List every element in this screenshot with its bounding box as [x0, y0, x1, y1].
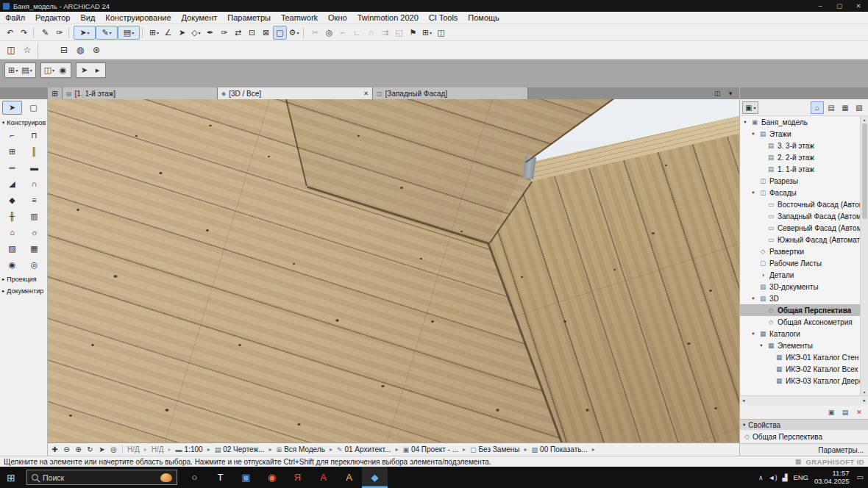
expand-palette-icon[interactable]: ▸▾ — [91, 64, 104, 76]
relative-coords-icon[interactable]: ◉▾ — [57, 64, 69, 76]
scroll-left-icon[interactable]: ◂ — [742, 398, 745, 403]
layout-book-icon[interactable]: ▦ — [839, 101, 852, 114]
tray-expand-icon[interactable]: ∧ — [758, 474, 764, 481]
tree-item[interactable]: ▾ ▦ Элементы — [740, 340, 860, 351]
tab-first-floor[interactable]: ▤ [1. 1-й этаж] ✕ — [63, 87, 218, 99]
pickup-parameters-icon[interactable]: ✒▾ — [203, 26, 217, 40]
tree-item[interactable]: ◇ Общая Аксонометрия — [740, 316, 860, 328]
tree-chevron-icon[interactable]: ▾ — [758, 342, 764, 348]
dimension-segment[interactable]: ▣ 04 Проект - ... ▸ — [400, 445, 468, 453]
column-tool[interactable]: ║ — [24, 145, 44, 159]
scroll-right-icon[interactable]: ▸ — [863, 398, 866, 403]
select-tools-combo[interactable]: ➤▾ — [74, 26, 96, 40]
tree-item[interactable]: ◇ Развертки — [740, 245, 860, 257]
properties-header[interactable]: ▾ Свойства — [740, 419, 868, 430]
window-tool[interactable]: ⊞ — [2, 145, 22, 159]
minimize-button[interactable]: – — [811, 0, 830, 12]
trim-icon[interactable]: ⌐▾ — [336, 26, 350, 40]
orange-ring-app-icon[interactable]: ◉ — [259, 467, 285, 488]
menu-item[interactable]: Документ — [177, 12, 223, 24]
tree-item[interactable]: ▭ Западный Фасад (Автоматиче — [740, 210, 860, 222]
toolbar-icon[interactable]: ▾ — [33, 27, 36, 38]
menu-item[interactable]: Помощь — [463, 12, 505, 24]
tree-chevron-icon[interactable]: ▾ — [750, 131, 756, 137]
circle-app-icon[interactable]: ○ — [182, 467, 207, 488]
archicad-app-icon[interactable]: ◆ — [362, 467, 388, 488]
tree-item[interactable]: ▦ ИКЭ-01 Каталог Стен — [740, 351, 860, 363]
menu-item[interactable]: Конструирование — [100, 12, 176, 24]
tree-item[interactable]: ◇ Общая Перспектива — [740, 304, 860, 316]
tree-item[interactable]: ▾ ▤ Этажи — [740, 128, 860, 140]
blue-app-icon[interactable]: ▣ — [233, 467, 259, 488]
annotation-flag-icon[interactable]: ⚑▾ — [406, 26, 420, 40]
view-map-icon[interactable]: ▤ — [825, 101, 838, 114]
scale-segment[interactable]: ▬ 1:100 ▸ — [174, 445, 213, 453]
guide-lines-icon[interactable]: ∠▾ — [161, 26, 175, 40]
layer-tools-combo[interactable]: ▤▾ — [118, 26, 140, 40]
tree-item[interactable]: ◫ Разрезы — [740, 175, 860, 187]
tree-item[interactable]: ▾ ▧ 3D — [740, 293, 860, 304]
close-button[interactable]: ✕ — [849, 0, 868, 12]
toolbar-icon[interactable]: ▾ — [303, 27, 306, 38]
orientation-segment[interactable]: Н/Д ▸ — [149, 445, 174, 453]
virtual-trace-icon[interactable]: ◫▾ — [434, 26, 448, 40]
tree-item[interactable]: ▾ ▣ Баня_модель — [740, 116, 860, 128]
toolbar-icon[interactable]: ▾ — [38, 43, 54, 58]
shell-tool[interactable]: ∩ — [24, 177, 44, 191]
roof-tool[interactable]: ◢ — [2, 177, 22, 191]
publisher-icon[interactable]: ▧ — [853, 101, 866, 114]
navigator-selector[interactable]: ▣ ▾ — [742, 101, 758, 114]
cursor-snap-icon[interactable]: ➤▾ — [175, 26, 189, 40]
opening-tool[interactable]: ◉ — [2, 258, 22, 272]
offset-icon[interactable]: ⇉▾ — [378, 26, 392, 40]
menu-item[interactable]: Вид — [75, 12, 100, 24]
popup-navigator-icon[interactable]: ⊞ — [48, 87, 63, 99]
scroll-down-icon[interactable]: ▾ — [863, 390, 865, 395]
group-icon[interactable]: ⊡▾ — [245, 26, 259, 40]
monitor-icon[interactable]: ▦ — [795, 458, 802, 465]
overrides-segment[interactable]: ▢ Без Замены ▸ — [468, 445, 530, 453]
new-viewpoint-icon[interactable]: ▣ — [825, 409, 837, 416]
parameters-button[interactable]: Параметры... — [818, 446, 864, 454]
tree-item[interactable]: ◑ Детали — [740, 269, 860, 281]
redo-icon[interactable]: ↷▾ — [17, 26, 31, 40]
door-tool[interactable]: ⊓ — [24, 129, 44, 143]
snap-points-icon[interactable]: ◇▾ — [189, 26, 203, 40]
tree-chevron-icon[interactable]: ▾ — [750, 190, 756, 195]
orbit-icon[interactable]: ↻ — [85, 445, 96, 453]
volume-icon[interactable]: ◄) — [769, 474, 778, 481]
red-a-app-icon[interactable]: А — [310, 467, 336, 488]
control-box-icon[interactable]: ◫▾ — [43, 64, 56, 76]
pan-icon[interactable]: ✚ — [49, 445, 60, 453]
toolbar-icon[interactable]: ▾ — [68, 27, 71, 38]
yandex-app-icon[interactable]: Я — [285, 467, 310, 488]
adjust-icon[interactable]: ∟▾ — [350, 26, 364, 40]
tree-scrollbar[interactable]: ▴ ▾ — [860, 116, 868, 395]
tree-item[interactable]: ▢ Рабочие Листы — [740, 257, 860, 269]
menu-item[interactable]: Редактор — [30, 12, 75, 24]
cad-app-icon[interactable]: А — [336, 467, 362, 488]
zoom-level-segment[interactable]: Н/Д ▸ — [125, 445, 149, 453]
taskbar-clock[interactable]: 11:57 03.04.2025 — [814, 470, 850, 485]
menu-item[interactable]: Параметры — [222, 12, 276, 24]
web-icon[interactable]: ◍▾ — [72, 43, 88, 58]
ungroup-icon[interactable]: ⊠▾ — [259, 26, 273, 40]
fillet-icon[interactable]: ∩▾ — [364, 26, 378, 40]
tab-menu-icon[interactable]: ▾ — [725, 88, 736, 98]
layouts-icon[interactable]: ⊞▾ — [420, 26, 434, 40]
brush-icon[interactable]: ✑▾ — [52, 26, 66, 40]
railing-tool[interactable]: ╫ — [2, 209, 22, 223]
menu-item[interactable]: Окно — [323, 12, 352, 24]
organizer-icon[interactable]: ⊟▾ — [56, 43, 72, 58]
draw-tools-combo[interactable]: ✎▾ — [96, 26, 118, 40]
scroll-up-icon[interactable]: ▴ — [863, 117, 865, 122]
toolbar-icon[interactable]: ▾ — [142, 27, 145, 38]
grid-snap-icon[interactable]: ⊞▾ — [147, 26, 161, 40]
pen-icon[interactable]: ✎▾ — [38, 26, 52, 40]
zoom-icon[interactable]: ◎▾ — [322, 26, 336, 40]
tree-item[interactable]: ▭ Южный Фасад (Автоматическ — [740, 234, 860, 245]
favorites-icon[interactable]: ☆▾ — [19, 43, 35, 58]
layer-combination-segment[interactable]: ▤ 02 Чертеж... ▸ — [213, 445, 274, 453]
section-documentation[interactable]: ▸ Документир — [0, 286, 47, 296]
stair-tool[interactable]: ≡ — [24, 193, 44, 207]
